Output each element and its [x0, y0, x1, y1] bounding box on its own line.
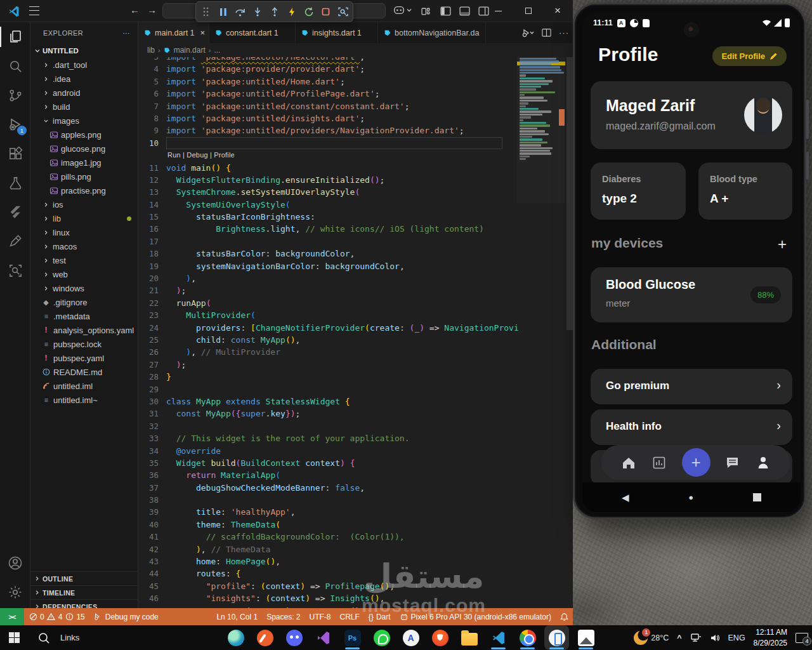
- tree-file-pubspec.lock[interactable]: ≡pubspec.lock: [30, 337, 138, 351]
- tree-folder-macos[interactable]: macos: [30, 239, 138, 253]
- cursor-position[interactable]: Ln 10, Col 1: [212, 608, 262, 625]
- taskbar-search[interactable]: Links: [37, 632, 79, 644]
- tab-insights.dart[interactable]: insights.dart 1: [296, 22, 378, 43]
- maximize-button[interactable]: [518, 0, 539, 22]
- breadcrumb[interactable]: lib› main.dart› ...: [138, 43, 573, 57]
- editor-scrollbar[interactable]: [566, 57, 573, 330]
- sidebar-section-timeline[interactable]: TIMELINE: [30, 585, 138, 599]
- diabetes-card[interactable]: Diaberes type 2: [591, 162, 686, 220]
- activitybar-settings-icon[interactable]: [0, 578, 30, 607]
- split-editor-icon[interactable]: [542, 28, 551, 37]
- notification-center[interactable]: 4: [796, 633, 808, 643]
- taskbar-photoshop-icon[interactable]: Ps: [344, 629, 361, 646]
- taskbar-photos-icon[interactable]: [577, 629, 594, 646]
- activitybar-extensions-icon[interactable]: [0, 139, 30, 168]
- volume-icon[interactable]: [710, 633, 720, 642]
- language-indicator[interactable]: ENG: [728, 633, 745, 642]
- taskbar-chrome-icon[interactable]: [519, 629, 536, 646]
- problems-indicator[interactable]: 0 4 15: [24, 608, 89, 625]
- tree-folder-ios[interactable]: ios: [30, 197, 138, 211]
- taskbar-vscode-icon[interactable]: [490, 629, 507, 646]
- taskbar-whatsapp-icon[interactable]: [373, 629, 390, 646]
- taskbar-edge-icon[interactable]: [227, 629, 244, 646]
- device-card[interactable]: Blood Glucose meter 88%: [591, 267, 792, 322]
- explorer-more-icon[interactable]: ⋯: [123, 29, 130, 37]
- activitybar-run-debug-icon[interactable]: 1: [0, 110, 30, 139]
- android-back-button[interactable]: ◀: [622, 492, 629, 503]
- tree-file-pills.png[interactable]: pills.png: [30, 169, 138, 183]
- tree-file-practise.png[interactable]: practise.png: [30, 183, 138, 197]
- network-icon[interactable]: [690, 633, 702, 642]
- menu-icon[interactable]: [29, 6, 39, 15]
- weather-widget[interactable]: 1 28°C: [634, 631, 669, 645]
- hidden-icons-chevron[interactable]: ^: [677, 633, 681, 642]
- code-editor[interactable]: 3import 'package:hexcolor/hexcolor.dart'…: [138, 57, 573, 608]
- tab-main.dart[interactable]: main.dart 1×: [138, 22, 209, 43]
- copilot-button[interactable]: [393, 4, 412, 16]
- tree-folder-windows[interactable]: windows: [30, 281, 138, 295]
- language-mode[interactable]: {}Dart: [364, 608, 395, 625]
- hot-reload-icon[interactable]: [286, 6, 297, 17]
- nav-person-icon[interactable]: [755, 456, 771, 468]
- tree-file-untitled.iml[interactable]: untitled.iml: [30, 379, 138, 393]
- eol-sequence[interactable]: CRLF: [336, 608, 364, 625]
- taskbar-emulator-icon[interactable]: [548, 629, 565, 646]
- tree-folder-test[interactable]: test: [30, 253, 138, 267]
- tree-file-README.md[interactable]: README.md: [30, 365, 138, 379]
- tree-file-pubspec.yaml[interactable]: !pubspec.yaml: [30, 351, 138, 365]
- sidebar-section-outline[interactable]: OUTLINE: [30, 571, 138, 585]
- tree-folder-lib[interactable]: lib: [30, 211, 138, 225]
- nav-stats-icon[interactable]: [651, 456, 667, 469]
- clock[interactable]: 12:11 AM 8/29/2025: [754, 627, 787, 647]
- minimap[interactable]: [517, 57, 565, 203]
- android-home-button[interactable]: ●: [688, 493, 693, 502]
- taskbar-file-explorer-icon[interactable]: [461, 629, 478, 646]
- codelens[interactable]: Run | Debug | Profile: [138, 149, 573, 161]
- tree-folder-android[interactable]: android: [30, 86, 138, 100]
- grip-icon[interactable]: [200, 6, 211, 17]
- health-info-row[interactable]: Health info ›: [591, 409, 792, 445]
- start-button[interactable]: [9, 632, 20, 643]
- power-button[interactable]: [806, 152, 809, 180]
- tree-file-analysis_options.yaml[interactable]: !analysis_options.yaml: [30, 323, 138, 337]
- workspace-root[interactable]: UNTITLED: [30, 44, 138, 58]
- minimize-button[interactable]: [487, 0, 509, 22]
- tree-folder-.idea[interactable]: .idea: [30, 72, 138, 86]
- edit-profile-button[interactable]: Edit Profile: [712, 46, 787, 66]
- taskbar-brave-icon[interactable]: [431, 629, 449, 646]
- encoding[interactable]: UTF-8: [305, 608, 336, 625]
- tree-folder-build[interactable]: build: [30, 100, 138, 114]
- history-nav[interactable]: ←→: [130, 4, 164, 15]
- notifications-bell-icon[interactable]: [556, 608, 573, 625]
- activitybar-testing-icon[interactable]: [0, 168, 30, 197]
- close-button[interactable]: ×: [547, 0, 568, 22]
- activitybar-source-control-icon[interactable]: [0, 81, 30, 110]
- taskbar-pen-app-icon[interactable]: [256, 629, 273, 646]
- step-over-icon[interactable]: [235, 6, 246, 17]
- more-actions-icon[interactable]: ···: [559, 28, 569, 37]
- activitybar-search-icon[interactable]: [0, 51, 30, 81]
- indentation[interactable]: Spaces: 2: [262, 608, 304, 625]
- tree-file-.metadata[interactable]: ≡.metadata: [30, 309, 138, 323]
- nav-home-icon[interactable]: [620, 456, 637, 469]
- toggle-panel-icon[interactable]: [459, 6, 470, 17]
- taskbar-discord-icon[interactable]: [285, 629, 303, 646]
- device-selector[interactable]: Pixel 6 Pro API 30 (android-x86 emulator…: [395, 608, 556, 625]
- hot-restart-icon[interactable]: [303, 6, 314, 17]
- profile-card[interactable]: Maged Zarif maged.zarif@gmail.com: [591, 81, 792, 149]
- taskbar-visual-studio-icon[interactable]: [315, 629, 332, 646]
- tree-file-glucose.png[interactable]: glucose.png: [30, 142, 138, 156]
- customize-layout-icon[interactable]: [421, 6, 432, 17]
- activitybar-flutter-icon[interactable]: [0, 197, 30, 227]
- activitybar-account-icon[interactable]: [0, 548, 30, 578]
- go-premium-row[interactable]: Go premium ›: [591, 369, 792, 404]
- activitybar-explorer-icon[interactable]: [0, 22, 30, 51]
- remote-indicator[interactable]: ><: [0, 608, 24, 625]
- activitybar-widget-inspector-icon[interactable]: [0, 256, 30, 285]
- volume-button[interactable]: [806, 100, 809, 139]
- pause-icon[interactable]: [218, 6, 228, 17]
- toggle-sidebar-icon[interactable]: [440, 6, 451, 17]
- tree-folder-web[interactable]: web: [30, 267, 138, 281]
- close-tab-icon[interactable]: ×: [200, 28, 206, 37]
- debug-config[interactable]: Debug my code: [89, 608, 163, 625]
